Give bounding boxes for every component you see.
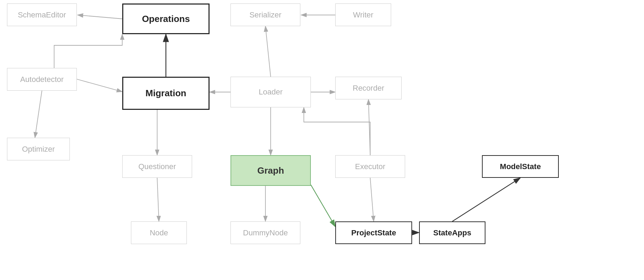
- node-graph[interactable]: Graph: [230, 155, 311, 186]
- arrows-svg: [0, 0, 644, 280]
- node-node[interactable]: Node: [131, 221, 187, 244]
- svg-line-18: [370, 178, 374, 221]
- svg-line-17: [368, 99, 370, 155]
- node-serializer[interactable]: Serializer: [230, 3, 300, 26]
- node-state-apps[interactable]: StateApps: [419, 221, 485, 244]
- node-migration[interactable]: Migration: [122, 77, 210, 110]
- node-project-state[interactable]: ProjectState: [335, 221, 412, 244]
- diagram-container: Operations Migration SchemaEditor Autode…: [0, 0, 644, 280]
- svg-line-19: [311, 185, 335, 227]
- svg-line-21: [452, 178, 520, 221]
- svg-line-5: [78, 15, 122, 19]
- node-optimizer[interactable]: Optimizer: [7, 138, 70, 160]
- node-dummy-node[interactable]: DummyNode: [230, 221, 300, 244]
- svg-line-15: [157, 178, 159, 221]
- svg-line-10: [265, 26, 271, 77]
- node-executor[interactable]: Executor: [335, 155, 405, 178]
- node-questioner[interactable]: Questioner: [122, 155, 192, 178]
- svg-line-6: [77, 79, 122, 92]
- node-schema-editor[interactable]: SchemaEditor: [7, 3, 77, 26]
- node-loader[interactable]: Loader: [230, 77, 311, 107]
- node-writer[interactable]: Writer: [335, 3, 391, 26]
- node-autodetector[interactable]: Autodetector: [7, 68, 77, 91]
- svg-line-7: [35, 91, 42, 138]
- node-operations[interactable]: Operations: [122, 3, 210, 34]
- node-model-state[interactable]: ModelState: [482, 155, 559, 178]
- node-recorder[interactable]: Recorder: [335, 77, 402, 99]
